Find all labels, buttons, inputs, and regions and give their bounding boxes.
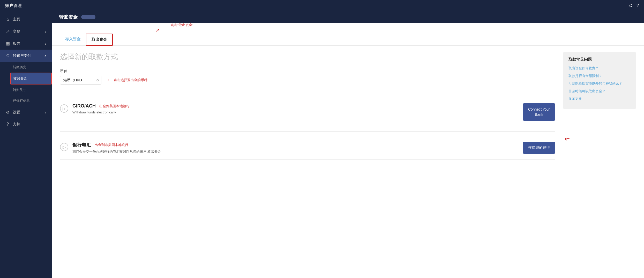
trade-icon: ⇄ — [5, 29, 10, 34]
payment-method-giro: ▷ GIRO/ACH 出金到美国本地银行 Withdraw funds elec… — [60, 98, 555, 126]
currency-arrow-icon: ← — [107, 77, 112, 83]
bank-wire-section: ▷ 银行电汇 出金到非美国本地银行 我们会提交一份向您银行的电汇转账以从您的账户… — [60, 137, 555, 160]
giro-icon: ▷ — [60, 104, 68, 113]
header-icons: 🖨 ? — [628, 3, 639, 8]
sidebar-item-support[interactable]: ? 支持 — [0, 118, 52, 130]
content-area: 转账资金 点击"取出资金" ↙ 存入资金 取出资金 — [52, 11, 644, 278]
bank-wire-btn-container: 连接您的银行 ↙ — [523, 142, 555, 154]
bank-wire-icon: ▷ — [60, 143, 68, 151]
currency-select-wrapper: 港币（HKD） 美元（USD） 欧元（EUR） 英镑（GBP） — [60, 76, 101, 84]
tab-withdraw[interactable]: 取出资金 — [86, 34, 113, 46]
page-title: 转账资金 — [59, 14, 78, 20]
home-icon: ⌂ — [5, 17, 10, 22]
sidebar-item-transfer-history[interactable]: 转账历史 — [13, 62, 52, 73]
transfer-icon: ⊙ — [5, 53, 10, 58]
help-icon[interactable]: ? — [636, 3, 639, 8]
tab-arrow-annotation: ↙ — [155, 27, 160, 34]
top-header: 账户管理 🖨 ? — [0, 0, 644, 11]
page-badge — [81, 15, 95, 19]
tabs-wrapper: 点击"取出资金" ↙ 存入资金 取出资金 — [52, 23, 644, 46]
bank-wire-tag: 出金到非美国本地银行 — [95, 143, 128, 147]
currency-row: 港币（HKD） 美元（USD） 欧元（EUR） 英镑（GBP） ← 点击选择要出… — [60, 76, 555, 84]
connect-bank-button[interactable]: Connect Your Bank — [523, 103, 555, 121]
tab-annotation: 点击"取出资金" — [171, 23, 193, 27]
faq-title: 取款常见问题 — [568, 57, 631, 62]
connect-bank-zh-button[interactable]: 连接您的银行 — [523, 142, 555, 154]
sidebar-item-home[interactable]: ⌂ 主页 — [0, 13, 52, 25]
chevron-up-icon: ∧ — [44, 54, 47, 58]
payment-method-bank-wire: ▷ 银行电汇 出金到非美国本地银行 我们会提交一份向您银行的电汇转账以从您的账户… — [60, 137, 555, 160]
currency-select[interactable]: 港币（HKD） 美元（USD） 欧元（EUR） 英镑（GBP） — [60, 76, 101, 84]
sidebar-item-transfer-funds[interactable]: 转账资金 — [10, 73, 52, 84]
faq-box: 取款常见问题 取出资金如何收费？ 取款是否有金额限制？ 可以以基础货币以外的币种… — [563, 52, 636, 109]
giro-info: GIRO/ACH 出金到美国本地银行 Withdraw funds electr… — [72, 103, 519, 114]
settings-icon: ⚙ — [5, 110, 10, 115]
faq-link-2[interactable]: 取款是否有金额限制？ — [568, 73, 631, 79]
page-header: 转账资金 — [52, 11, 644, 23]
sidebar-item-reports[interactable]: ▦ 报告 ∨ — [0, 37, 52, 50]
section-title: 选择新的取款方式 — [60, 52, 555, 62]
sidebar-item-trade[interactable]: ⇄ 交易 ∨ — [0, 25, 52, 37]
sidebar-item-saved-info[interactable]: 已保存信息 — [13, 95, 52, 106]
faq-link-1[interactable]: 取出资金如何收费？ — [568, 66, 631, 71]
bank-wire-description: 我们会提交一份向您银行的电汇转账以从您的账户 取出资金 — [72, 149, 519, 154]
account-management-title: 账户管理 — [5, 3, 22, 9]
sidebar-item-transfer-size[interactable]: 转账头寸 — [13, 84, 52, 95]
faq-link-4[interactable]: 什么时候可以取出资金？ — [568, 89, 631, 94]
chevron-down-icon-reports: ∨ — [44, 42, 47, 45]
currency-section: 币种 港币（HKD） 美元（USD） 欧元（EUR） 英镑（GBP） — [60, 69, 555, 84]
chevron-down-icon-settings: ∨ — [44, 111, 47, 114]
divider-2 — [60, 131, 555, 132]
sidebar-item-transfer[interactable]: ⊙ 转账与支付 ∧ — [0, 50, 52, 62]
faq-link-3[interactable]: 可以以基础货币以外的币种取款么？ — [568, 81, 631, 86]
tabs-bar: 存入资金 取出资金 — [52, 34, 644, 46]
main-layout: ⌂ 主页 ⇄ 交易 ∨ ▦ 报告 ∨ ⊙ 转账与支付 ∧ 转账历史 转账资金 — [0, 11, 644, 278]
sidebar: ⌂ 主页 ⇄ 交易 ∨ ▦ 报告 ∨ ⊙ 转账与支付 ∧ 转账历史 转账资金 — [0, 11, 52, 278]
bank-wire-name: 银行电汇 出金到非美国本地银行 — [72, 142, 519, 148]
giro-name: GIRO/ACH 出金到美国本地银行 — [72, 103, 519, 109]
right-panel: 取款常见问题 取出资金如何收费？ 取款是否有金额限制？ 可以以基础货币以外的币种… — [563, 52, 636, 160]
main-body: 选择新的取款方式 币种 港币（HKD） 美元（USD） 欧元（EUR） 英镑（G… — [52, 46, 644, 166]
giro-description: Withdraw funds electronically — [72, 110, 519, 114]
divider-1 — [60, 93, 555, 93]
sidebar-item-settings[interactable]: ⚙ 设置 ∨ — [0, 106, 52, 118]
page-content: 点击"取出资金" ↙ 存入资金 取出资金 选择新的取款方式 — [52, 23, 644, 278]
currency-annotation: ← 点击选择要出金的币种 — [107, 77, 147, 83]
faq-link-more[interactable]: 显示更多 — [568, 96, 631, 101]
currency-label: 币种 — [60, 69, 555, 74]
sidebar-sub-menu: 转账历史 转账资金 转账头寸 已保存信息 — [0, 62, 52, 106]
bank-wire-info: 银行电汇 出金到非美国本地银行 我们会提交一份向您银行的电汇转账以从您的账户 取… — [72, 142, 519, 154]
reports-icon: ▦ — [5, 41, 10, 46]
tab-deposit[interactable]: 存入资金 — [60, 34, 86, 46]
support-icon: ? — [5, 122, 10, 127]
left-panel: 选择新的取款方式 币种 港币（HKD） 美元（USD） 欧元（EUR） 英镑（G… — [60, 52, 555, 160]
chevron-down-icon: ∨ — [44, 30, 47, 33]
print-icon[interactable]: 🖨 — [628, 3, 632, 8]
giro-tag: 出金到美国本地银行 — [99, 104, 130, 109]
